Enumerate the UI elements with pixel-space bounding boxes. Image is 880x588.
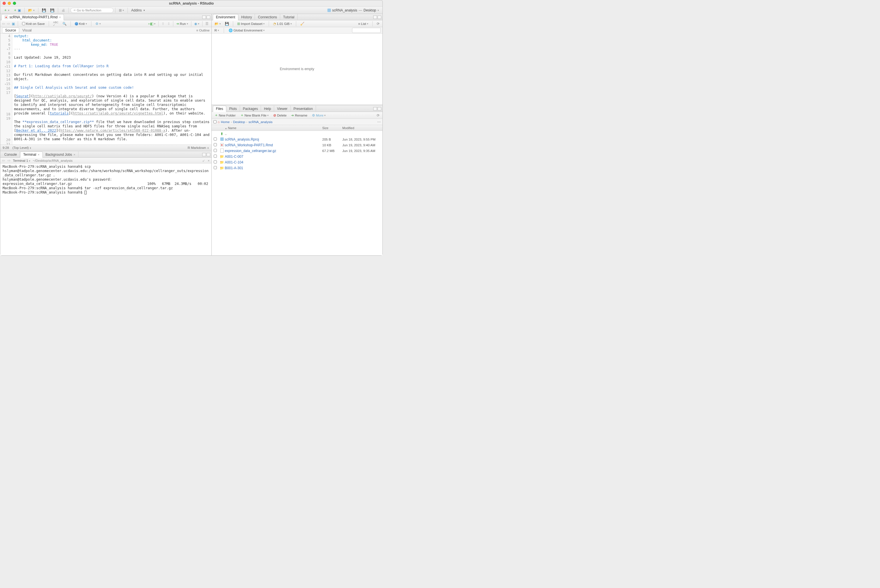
save-workspace-button[interactable]: 💾: [224, 21, 230, 26]
next-chunk-button[interactable]: ⇩: [166, 21, 171, 26]
find-replace-button[interactable]: 🔍: [61, 21, 68, 26]
file-row[interactable]: 📁 A001-C-104: [212, 159, 382, 165]
env-search-input[interactable]: [352, 28, 381, 33]
minimize-pane-button[interactable]: [373, 15, 377, 19]
terminal-selector[interactable]: Terminal 1 ▾: [13, 159, 30, 162]
maximize-pane-button[interactable]: [206, 153, 210, 156]
minimize-pane-button[interactable]: [202, 15, 206, 19]
env-selector[interactable]: 🌐 Global Environment ▾: [227, 28, 266, 33]
back-button[interactable]: ⇦: [2, 21, 5, 26]
forward-button[interactable]: ⇨: [7, 21, 10, 26]
grid-button[interactable]: ⊞▾: [117, 8, 126, 13]
visual-view-btn[interactable]: Visual: [19, 27, 35, 33]
file-name[interactable]: A001-C-007: [225, 154, 322, 159]
source-view-btn[interactable]: Source: [2, 27, 19, 33]
file-name[interactable]: B001-A-301: [225, 166, 322, 170]
goto-dir-button[interactable]: ⋯: [377, 120, 381, 124]
show-in-new-window-button[interactable]: ▣: [12, 22, 15, 26]
refresh-files-button[interactable]: ⟳: [376, 113, 381, 118]
tab-files[interactable]: Files: [213, 106, 226, 112]
addins-menu[interactable]: Addins: [129, 8, 147, 13]
tab-packages[interactable]: Packages: [240, 106, 261, 112]
file-name[interactable]: A001-C-104: [225, 160, 322, 164]
run-button[interactable]: ➜ Run ▾: [175, 21, 190, 26]
new-blank-file-button[interactable]: ＋New Blank File▾: [239, 113, 270, 118]
new-project-button[interactable]: ＋▣: [12, 7, 23, 14]
open-file-button[interactable]: 📂▾: [26, 8, 36, 13]
refresh-env-button[interactable]: ⟳: [376, 21, 381, 26]
file-row[interactable]: 📁 A001-C-007: [212, 154, 382, 159]
code-content[interactable]: output: html_document: keep_md: TRUE ---…: [12, 33, 211, 145]
tab-viewer[interactable]: Viewer: [274, 106, 290, 112]
prev-terminal-button[interactable]: ⇦: [2, 158, 5, 163]
save-button[interactable]: 💾: [40, 8, 48, 13]
bc-current[interactable]: scRNA_analysis: [249, 120, 273, 124]
source-tab[interactable]: scRNA_Workshop-PART1.Rmd ×: [2, 14, 64, 20]
section-nav[interactable]: (Top Level) ⇕: [12, 146, 32, 149]
file-row[interactable]: scRNA_Workshop-PART1.Rmd 10 KB Jun 19, 2…: [212, 142, 382, 148]
rename-button[interactable]: ➜ Rename: [290, 113, 308, 118]
tab-presentation[interactable]: Presentation: [291, 106, 316, 112]
new-folder-button[interactable]: ＋New Folder: [214, 113, 237, 118]
prev-chunk-button[interactable]: ⇧: [160, 21, 165, 26]
close-tab-button[interactable]: ×: [74, 153, 75, 156]
file-name[interactable]: scRNA_analysis.Rproj: [225, 137, 322, 141]
spellcheck-button[interactable]: ABC✓: [52, 21, 60, 27]
tab-background-jobs[interactable]: Background Jobs×: [43, 152, 78, 158]
tab-help[interactable]: Help: [261, 106, 274, 112]
delete-button[interactable]: ⊘ Delete: [272, 113, 287, 118]
home-icon[interactable]: ⌂: [218, 120, 220, 124]
outline-button[interactable]: ≡ Outline: [196, 28, 209, 32]
outline-toggle-button[interactable]: ☰: [204, 21, 210, 26]
header-name[interactable]: ▲ Name: [219, 126, 322, 130]
clear-workspace-button[interactable]: 🧹: [299, 21, 305, 26]
file-name[interactable]: expression_data_cellranger.tar.gz: [225, 149, 322, 153]
file-checkbox[interactable]: [214, 160, 217, 164]
bc-home[interactable]: Home: [221, 120, 230, 124]
header-size[interactable]: Size: [322, 126, 342, 130]
file-row[interactable]: scRNA_analysis.Rproj 205 B Jun 18, 2023,…: [212, 136, 382, 142]
memory-usage-button[interactable]: ◔ 1.01 GiB ▾: [272, 21, 293, 26]
terminal-output[interactable]: MacBook-Pro-279:scRNA_analysis hannah$ s…: [0, 164, 211, 255]
parent-dir-row[interactable]: ⬆ ..: [212, 131, 382, 136]
close-terminal-button[interactable]: ×: [208, 159, 210, 162]
insert-chunk-button[interactable]: +◧▾: [147, 21, 157, 26]
maximize-pane-button[interactable]: [378, 107, 381, 111]
tab-terminal[interactable]: Terminal×: [20, 152, 43, 158]
code-editor[interactable]: 456▾78910▾11121314▾151617 1819 202122 ou…: [0, 33, 211, 145]
file-name[interactable]: scRNA_Workshop-PART1.Rmd: [225, 143, 322, 147]
file-row[interactable]: expression_data_cellranger.tar.gz 67.2 M…: [212, 148, 382, 154]
tab-plots[interactable]: Plots: [226, 106, 240, 112]
select-all-checkbox[interactable]: [214, 120, 217, 123]
more-button[interactable]: ⚙ More ▾: [311, 113, 327, 118]
import-dataset-button[interactable]: ⊞ Import Dataset ▾: [236, 21, 266, 26]
tab-console[interactable]: Console: [2, 152, 20, 158]
project-menu[interactable]: scRNA_analysis — Desktop ▾: [326, 8, 381, 13]
header-modified[interactable]: Modified: [342, 126, 382, 130]
file-row[interactable]: 📁 B001-A-301: [212, 165, 382, 171]
knit-button[interactable]: Knit ▾: [74, 22, 88, 26]
minimize-pane-button[interactable]: [202, 153, 206, 156]
bc-desktop[interactable]: Desktop: [233, 120, 245, 124]
knit-on-save-checkbox[interactable]: Knit on Save: [21, 22, 46, 26]
file-checkbox[interactable]: [214, 166, 217, 169]
tab-history[interactable]: History: [238, 14, 255, 20]
load-workspace-button[interactable]: 📂▾: [214, 21, 222, 26]
file-checkbox[interactable]: [214, 143, 217, 146]
publish-button[interactable]: ◉▾: [193, 21, 200, 26]
new-file-button[interactable]: ＋▾: [2, 7, 11, 14]
close-tab-button[interactable]: ×: [38, 153, 39, 156]
file-checkbox[interactable]: [214, 154, 217, 158]
doc-type-label[interactable]: R Markdown ⇕: [188, 146, 209, 149]
minimize-pane-button[interactable]: [373, 107, 377, 111]
save-all-button[interactable]: 💾: [48, 8, 56, 13]
maximize-pane-button[interactable]: [206, 15, 210, 19]
view-mode-button[interactable]: ≡ List ▾: [357, 22, 370, 26]
maximize-pane-button[interactable]: [378, 15, 381, 19]
tab-environment[interactable]: Environment: [213, 14, 238, 20]
close-tab-button[interactable]: ×: [59, 15, 61, 19]
doc-options-button[interactable]: ⚙▾: [94, 21, 102, 26]
goto-file-input[interactable]: ➜ Go to file/function: [71, 8, 113, 13]
print-button[interactable]: 🖨: [60, 8, 67, 13]
tab-connections[interactable]: Connections: [255, 14, 280, 20]
